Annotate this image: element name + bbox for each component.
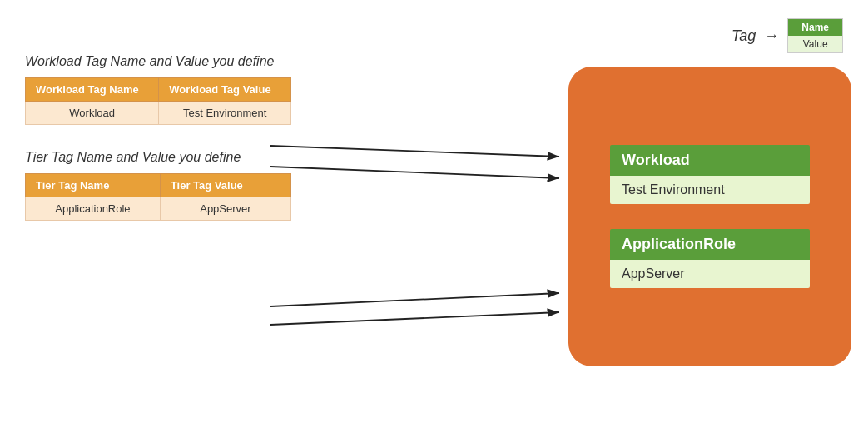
svg-line-4 xyxy=(270,312,559,325)
tag-label-text: Tag xyxy=(732,27,756,45)
tier-row: ApplicationRole AppServer xyxy=(26,197,291,221)
tier-section-title: Tier Tag Name and Value you define xyxy=(25,150,341,165)
left-section: Workload Tag Name and Value you define W… xyxy=(25,54,341,227)
svg-line-3 xyxy=(270,293,559,306)
workload-tag-table: Workload Tag Name Workload Tag Value Wor… xyxy=(25,77,291,125)
workload-tag-value-cell: Test Environment xyxy=(159,102,291,125)
workload-col2-header: Workload Tag Value xyxy=(159,78,291,102)
tier-card-value: AppServer xyxy=(610,260,810,288)
tag-name-row: Name xyxy=(788,19,842,36)
workload-col1-header: Workload Tag Name xyxy=(26,78,159,102)
tier-tag-value-cell: AppServer xyxy=(160,197,290,221)
tier-card-header: ApplicationRole xyxy=(610,229,810,260)
page: Tag → Name Value Workload Tag Name and V… xyxy=(0,0,868,428)
tier-col2-header: Tier Tag Value xyxy=(160,174,290,197)
tier-card: ApplicationRole AppServer xyxy=(610,229,810,288)
tag-legend: Tag → Name Value xyxy=(732,18,843,53)
tier-col1-header: Tier Tag Name xyxy=(26,174,161,197)
tier-tag-name-cell: ApplicationRole xyxy=(26,197,161,221)
tag-value-row: Value xyxy=(788,36,842,52)
tag-arrow: → xyxy=(764,27,779,45)
workload-section-title: Workload Tag Name and Value you define xyxy=(25,54,341,69)
workload-card-header: Workload xyxy=(610,145,810,176)
orange-container: Workload Test Environment ApplicationRol… xyxy=(568,67,851,366)
workload-card-value: Test Environment xyxy=(610,176,810,204)
tier-tag-table: Tier Tag Name Tier Tag Value Application… xyxy=(25,173,291,221)
workload-card: Workload Test Environment xyxy=(610,145,810,204)
tier-table-section: Tier Tag Name and Value you define Tier … xyxy=(25,150,341,221)
workload-tag-name-cell: Workload xyxy=(26,102,159,125)
workload-table-section: Workload Tag Name and Value you define W… xyxy=(25,54,341,125)
tag-box: Name Value xyxy=(787,18,843,53)
workload-row: Workload Test Environment xyxy=(26,102,291,125)
